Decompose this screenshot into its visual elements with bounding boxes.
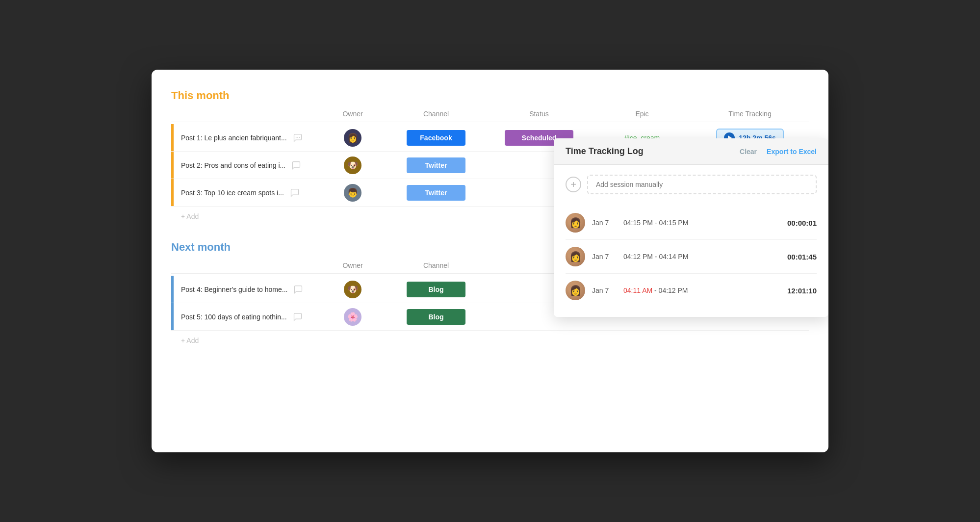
header-time-tracking: Time Tracking xyxy=(691,110,809,118)
header-post xyxy=(171,261,318,269)
session1-date: Jan 7 xyxy=(592,219,617,227)
post3-owner-avatar: 👦 xyxy=(344,184,361,202)
time-tracking-log-panel: Time Tracking Log Clear Export to Excel … xyxy=(554,138,828,317)
post1-title[interactable]: Post 1: Le plus ancien fabriquant... xyxy=(171,132,318,144)
header-channel: Channel xyxy=(387,110,485,118)
session2-date: Jan 7 xyxy=(592,253,617,261)
session1-duration: 00:00:01 xyxy=(777,219,817,227)
header-epic: Epic xyxy=(593,110,691,118)
svg-point-2 xyxy=(299,137,300,138)
clear-button[interactable]: Clear xyxy=(740,148,757,156)
next-month-add-button[interactable]: + Add xyxy=(171,331,809,350)
post2-title[interactable]: Post 2: Pros and cons of eating i... xyxy=(171,159,318,171)
chat-icon[interactable] xyxy=(292,311,304,323)
row-indicator-blue xyxy=(171,303,174,330)
session1-time: 04:15 PM - 04:15 PM xyxy=(623,219,771,227)
post4-channel[interactable]: Blog xyxy=(387,276,485,303)
post1-owner-avatar: 👩 xyxy=(344,129,361,147)
row-indicator-orange xyxy=(171,152,174,179)
row-indicator-blue xyxy=(171,276,174,303)
header-post xyxy=(171,110,318,118)
svg-point-1 xyxy=(295,137,296,138)
main-content: This month Owner Channel Status Epic Tim… xyxy=(171,89,809,350)
post5-channel[interactable]: Blog xyxy=(387,303,485,330)
post4-owner-avatar: 🐶 xyxy=(344,281,361,298)
log-title: Time Tracking Log xyxy=(566,146,644,157)
session-entry: 👩 Jan 7 04:11 AM - 04:12 PM 12:01:10 xyxy=(566,274,817,307)
post3-title[interactable]: Post 3: Top 10 ice cream spots i... xyxy=(171,187,318,199)
add-session-row: + xyxy=(566,175,817,194)
chat-icon[interactable] xyxy=(289,187,301,199)
add-session-button[interactable]: + xyxy=(566,177,581,192)
post2-channel[interactable]: Twitter xyxy=(387,152,485,179)
session2-time: 04:12 PM - 04:14 PM xyxy=(623,253,771,261)
header-status: Status xyxy=(485,110,593,118)
post4-title[interactable]: Post 4: Beginner's guide to home... xyxy=(171,284,318,295)
header-channel: Channel xyxy=(387,261,485,269)
session2-avatar: 👩 xyxy=(566,247,585,266)
log-body: + 👩 Jan 7 04:15 PM - 04:15 PM 00:00:01 xyxy=(554,165,828,317)
header-owner: Owner xyxy=(318,261,387,269)
chat-icon[interactable] xyxy=(292,132,304,144)
post5-title[interactable]: Post 5: 100 days of eating nothin... xyxy=(171,311,318,323)
session3-time: 04:11 AM - 04:12 PM xyxy=(623,287,771,294)
post3-channel[interactable]: Twitter xyxy=(387,179,485,206)
post1-channel[interactable]: Facebook xyxy=(387,124,485,151)
chat-icon[interactable] xyxy=(290,159,302,171)
header-owner: Owner xyxy=(318,110,387,118)
chat-icon[interactable] xyxy=(292,284,304,295)
row-indicator-orange xyxy=(171,179,174,206)
this-month-title: This month xyxy=(171,89,809,102)
session2-duration: 00:01:45 xyxy=(777,253,817,261)
row-indicator-orange xyxy=(171,124,174,151)
post2-owner-avatar: 🐶 xyxy=(344,157,361,174)
session1-avatar: 👩 xyxy=(566,213,585,233)
svg-point-0 xyxy=(297,137,298,138)
log-actions: Clear Export to Excel xyxy=(740,148,817,156)
app-window: This month Owner Channel Status Epic Tim… xyxy=(152,70,828,452)
session3-date: Jan 7 xyxy=(592,287,617,294)
session3-duration: 12:01:10 xyxy=(777,287,817,295)
session-entry: 👩 Jan 7 04:12 PM - 04:14 PM 00:01:45 xyxy=(566,240,817,274)
session-entry: 👩 Jan 7 04:15 PM - 04:15 PM 00:00:01 xyxy=(566,206,817,240)
post5-owner-avatar: 🌸 xyxy=(344,308,361,326)
this-month-table-header: Owner Channel Status Epic Time Tracking xyxy=(171,110,809,122)
session3-avatar: 👩 xyxy=(566,281,585,300)
add-session-input[interactable] xyxy=(587,175,817,194)
export-button[interactable]: Export to Excel xyxy=(767,148,817,156)
log-header: Time Tracking Log Clear Export to Excel xyxy=(554,138,828,165)
